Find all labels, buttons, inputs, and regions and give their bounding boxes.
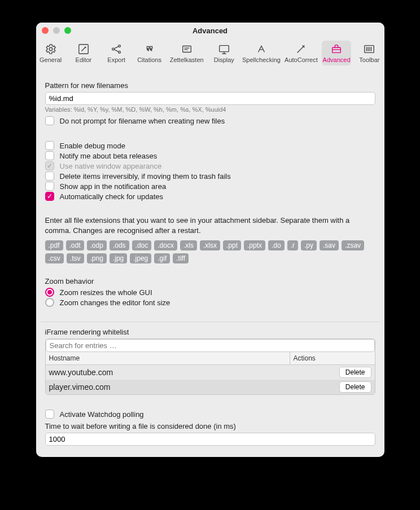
svg-point-3: [119, 45, 121, 47]
extension-chip[interactable]: .docx: [154, 240, 177, 250]
extension-chip[interactable]: .zsav: [342, 240, 364, 250]
extension-chip[interactable]: .ods: [110, 240, 129, 250]
letter-a-icon: [255, 43, 268, 55]
separator: [41, 322, 380, 322]
tab-export[interactable]: Export: [102, 41, 131, 65]
filename-pattern-label: Pattern for new filenames: [45, 81, 375, 90]
wand-icon: [295, 43, 307, 55]
auto-update-label: Automatically check for updates: [60, 192, 164, 201]
zoom-gui-radio[interactable]: [45, 288, 54, 297]
extension-chip[interactable]: .xlsx: [200, 240, 220, 250]
section-filename-pattern: Pattern for new filenames Variables: %id…: [43, 81, 378, 126]
delete-button[interactable]: Delete: [339, 381, 371, 393]
minimize-icon[interactable]: [53, 27, 60, 34]
extension-chip[interactable]: .odt: [66, 240, 84, 250]
extension-chip[interactable]: .tiff: [173, 253, 189, 263]
section-zoom: Zoom behavior Zoom resizes the whole GUI…: [43, 277, 378, 308]
zoom-editor-radio[interactable]: [45, 298, 54, 307]
pencil-square-icon: [77, 43, 90, 55]
tab-label: Export: [107, 56, 125, 63]
whitelist-table: Hostname Actions www.youtube.comDeletepl…: [45, 338, 375, 395]
table-row: www.youtube.comDelete: [46, 365, 375, 380]
zoom-heading: Zoom behavior: [45, 277, 375, 285]
section-iframe-whitelist: iFrame rendering whitelist Hostname Acti…: [43, 328, 378, 395]
section-watchdog: Activate Watchdog polling Time to wait b…: [43, 408, 378, 446]
extension-chip[interactable]: .doc: [132, 240, 152, 250]
close-icon[interactable]: [42, 27, 49, 34]
whitelist-rows: www.youtube.comDeleteplayer.vimeo.comDel…: [46, 365, 375, 394]
debug-label: Enable debug mode: [60, 142, 125, 150]
no-prompt-checkbox[interactable]: [45, 116, 54, 125]
notification-area-checkbox[interactable]: [45, 182, 54, 191]
extension-chip[interactable]: .do: [268, 240, 285, 250]
tab-display[interactable]: Display: [209, 41, 239, 65]
notification-area-label: Show app in the notification area: [60, 182, 167, 191]
svg-rect-8: [365, 46, 374, 53]
filename-pattern-input[interactable]: [45, 92, 375, 105]
share-icon: [110, 43, 123, 55]
tab-general[interactable]: General: [36, 41, 65, 65]
svg-rect-7: [333, 47, 341, 52]
extension-chip[interactable]: .py: [301, 240, 317, 250]
tab-spellchecking[interactable]: Spellchecking: [242, 41, 281, 65]
svg-rect-6: [220, 46, 229, 52]
extension-chip[interactable]: .jpeg: [130, 253, 151, 263]
delete-irreversibly-checkbox[interactable]: [45, 172, 54, 181]
svg-point-0: [49, 47, 53, 51]
tab-label: Toolbar: [359, 56, 379, 63]
watchdog-checkbox[interactable]: [45, 410, 54, 419]
extension-chip[interactable]: .ppt: [223, 240, 241, 250]
tab-label: General: [40, 56, 62, 63]
extension-chip[interactable]: .csv: [45, 253, 64, 263]
content-area: Pattern for new filenames Variables: %id…: [36, 70, 384, 457]
delete-irreversibly-label: Delete items irreversibly, if moving the…: [60, 172, 231, 181]
extension-chip[interactable]: .r: [287, 240, 298, 250]
delete-button[interactable]: Delete: [339, 367, 371, 378]
watchdog-label: Activate Watchdog polling: [60, 410, 144, 419]
column-actions: Actions: [290, 352, 375, 364]
preferences-toolbar: General Editor Export Citations Zettelka…: [36, 38, 384, 70]
tab-label: Spellchecking: [242, 56, 281, 63]
svg-rect-5: [182, 46, 191, 52]
zoom-editor-label: Zoom changes the editor font size: [60, 298, 170, 307]
native-window-label: Use native window appearance: [60, 162, 162, 170]
extension-chip[interactable]: .xls: [180, 240, 197, 250]
tab-label: Display: [214, 56, 234, 63]
watchdog-wait-input[interactable]: [45, 433, 375, 446]
tab-label: Citations: [137, 56, 161, 63]
tab-citations[interactable]: Citations: [134, 41, 164, 65]
tab-advanced[interactable]: Advanced: [322, 41, 351, 65]
auto-update-checkbox[interactable]: [45, 192, 54, 201]
card-icon: [181, 43, 193, 55]
hostname-cell: player.vimeo.com: [49, 383, 339, 392]
extension-chip[interactable]: .sav: [320, 240, 339, 250]
tab-label: AutoCorrect: [285, 56, 318, 63]
whitelist-search-input[interactable]: [46, 339, 375, 352]
tab-zettelkasten[interactable]: Zettelkasten: [168, 41, 206, 65]
extension-chip[interactable]: .tsv: [67, 253, 84, 263]
debug-checkbox[interactable]: [45, 141, 54, 150]
window-title: Advanced: [36, 27, 384, 35]
extension-chip[interactable]: .odp: [87, 240, 107, 250]
tab-editor[interactable]: Editor: [69, 41, 98, 65]
toolbox-icon: [330, 43, 343, 55]
maximize-icon[interactable]: [64, 27, 71, 34]
extensions-chips: .pdf.odt.odp.ods.doc.docx.xls.xlsx.ppt.p…: [45, 240, 375, 263]
extensions-description: Enter all file extensions that you want …: [45, 216, 375, 236]
beta-label: Notify me about beta releases: [60, 152, 158, 160]
quote-icon: [143, 43, 156, 55]
traffic-lights: [42, 27, 71, 34]
filename-pattern-hint: Variables: %id, %Y, %y, %M, %D, %W, %h, …: [45, 106, 375, 113]
extension-chip[interactable]: .pdf: [45, 240, 63, 250]
barcode-icon: [363, 43, 375, 55]
extension-chip[interactable]: .gif: [154, 253, 170, 263]
tab-toolbar[interactable]: Toolbar: [355, 41, 384, 65]
tab-autocorrect[interactable]: AutoCorrect: [284, 41, 318, 65]
extension-chip[interactable]: .pptx: [244, 240, 265, 250]
column-hostname: Hostname: [46, 352, 290, 364]
native-window-checkbox: [45, 161, 54, 170]
whitelist-header: Hostname Actions: [46, 352, 375, 365]
beta-checkbox[interactable]: [45, 151, 54, 160]
extension-chip[interactable]: .png: [87, 253, 107, 263]
extension-chip[interactable]: .jpg: [110, 253, 127, 263]
